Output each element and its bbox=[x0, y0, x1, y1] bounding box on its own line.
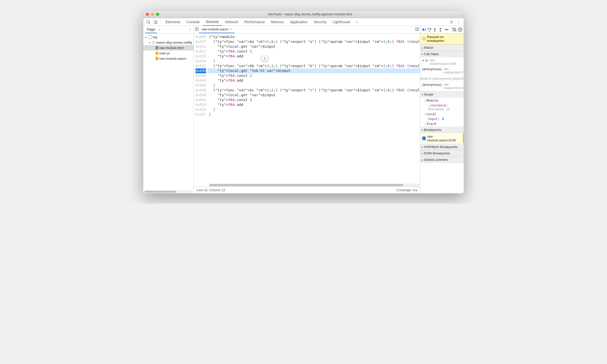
gutter-offset[interactable]: 0x035 bbox=[195, 54, 206, 59]
code-line[interactable]: "ty">f64.add bbox=[208, 102, 420, 107]
code-line[interactable]: ) bbox=[208, 107, 420, 112]
navigator-tab-page[interactable]: Page bbox=[145, 26, 157, 33]
stack-frame[interactable]: braw-module.wasm:0x39 bbox=[420, 58, 464, 66]
editor-body[interactable]: 0x0000x0270x02a0x02c0x0350x0360x0370x039… bbox=[194, 33, 420, 184]
code-line[interactable]: "ty">f64.add bbox=[208, 78, 420, 83]
editor-tab[interactable]: raw-module.wasm× bbox=[199, 26, 235, 33]
device-icon[interactable] bbox=[153, 19, 159, 25]
toggle-navigator-icon[interactable] bbox=[195, 27, 199, 32]
tree-file-wasm[interactable]: raw-module.wasm bbox=[143, 56, 194, 61]
code-line[interactable]: ) bbox=[208, 83, 420, 88]
pane-scope[interactable]: Scope bbox=[420, 91, 464, 98]
gutter-offset[interactable]: 0x02c bbox=[195, 49, 206, 54]
gutter-offset[interactable]: 0x054 bbox=[195, 107, 206, 112]
code-line[interactable]: "ty">local.get "var">$input bbox=[208, 93, 420, 98]
gutter-offset[interactable]: 0x048 bbox=[195, 93, 206, 98]
pane-xhr[interactable]: XHR/fetch Breakpoints bbox=[420, 144, 464, 150]
gutter-offset[interactable]: 0x03b bbox=[195, 73, 206, 78]
tab-sources[interactable]: Sources bbox=[203, 18, 222, 26]
stack-frame[interactable]: (anonymous)raw-module.html:9 bbox=[420, 66, 464, 75]
zoom-icon[interactable] bbox=[156, 13, 159, 16]
scope-stack[interactable]: Stack bbox=[420, 121, 464, 126]
code-line[interactable]: "ty">local.get "var">$input bbox=[208, 44, 420, 49]
code-line[interactable]: ) bbox=[208, 59, 420, 64]
scrollbar[interactable] bbox=[209, 184, 420, 187]
code-line[interactable]: ("ty">func "var">$a "cm">(;0;) ("ty">exp… bbox=[208, 39, 420, 44]
tab-application[interactable]: Application bbox=[287, 18, 311, 26]
gutter-offset[interactable]: 0x036 bbox=[195, 59, 206, 64]
settings-icon[interactable] bbox=[448, 19, 454, 25]
code-line[interactable]: "ty">f64.const 2 bbox=[208, 73, 420, 78]
gutter-offset[interactable]: 0x045 bbox=[195, 83, 206, 88]
frame-location: raw-module.html:9 bbox=[443, 67, 463, 74]
kebab-icon[interactable]: ⋮ bbox=[456, 19, 462, 25]
code-line[interactable]: "ty">f64.add bbox=[208, 54, 420, 59]
tree-domain[interactable]: wasm-dbg-stories.netlify bbox=[143, 40, 194, 45]
code-area[interactable]: 4 ("ty">module ("ty">func "var">$a "cm">… bbox=[208, 33, 420, 184]
minimize-icon[interactable] bbox=[151, 13, 154, 16]
gutter-offset[interactable]: 0x053 bbox=[195, 102, 206, 107]
code-line[interactable]: ("ty">func "var">$c "cm">(;2;) ("ty">exp… bbox=[208, 88, 420, 93]
pane-dom[interactable]: DOM Breakpoints bbox=[420, 150, 464, 156]
scope-local[interactable]: Local bbox=[420, 112, 464, 116]
tab-elements[interactable]: Elements bbox=[162, 18, 183, 26]
code-line[interactable]: ) bbox=[208, 112, 420, 117]
gutter-offset[interactable]: 0x027 bbox=[195, 39, 206, 44]
gutter-offset[interactable]: 0x097 bbox=[195, 112, 206, 117]
overflow-icon[interactable]: » bbox=[158, 28, 160, 31]
tab-security[interactable]: Security bbox=[311, 18, 330, 26]
gutter-offset[interactable]: 0x044 bbox=[195, 78, 206, 83]
step-over-icon[interactable] bbox=[427, 27, 432, 33]
gutter-offset[interactable]: 0x046 bbox=[195, 88, 206, 93]
pane-callstack[interactable]: Call Stack bbox=[420, 51, 464, 57]
pane-watch[interactable]: Watch bbox=[420, 44, 464, 51]
gutter[interactable]: 0x0000x0270x02a0x02c0x0350x0360x0370x039… bbox=[194, 33, 208, 184]
pane-title: Scope bbox=[424, 92, 434, 96]
gutter-offset[interactable]: 0x000 bbox=[195, 34, 206, 39]
tab-performance[interactable]: Performance bbox=[241, 18, 268, 26]
close-icon[interactable] bbox=[146, 13, 149, 16]
breakpoint-item[interactable]: ✓raw-module.wasm:0x39 bbox=[420, 134, 464, 143]
toggle-debugger-icon[interactable] bbox=[415, 27, 419, 32]
chevron-right-icon bbox=[422, 151, 423, 155]
step-icon[interactable] bbox=[443, 27, 449, 33]
deactivate-breakpoints-icon[interactable] bbox=[452, 27, 457, 33]
tree-file-html[interactable]: raw-module.html bbox=[143, 45, 194, 51]
tab-console[interactable]: Console bbox=[183, 18, 203, 26]
pane-breakpoints[interactable]: Breakpoints bbox=[420, 127, 464, 133]
code-line[interactable]: ("ty">module bbox=[208, 34, 420, 39]
scope-prop[interactable]: input: 4 bbox=[420, 116, 464, 121]
gutter-offset[interactable]: 0x02a bbox=[195, 44, 206, 49]
debugger-toolbar bbox=[420, 26, 464, 33]
gutter-offset[interactable]: 0x039 bbox=[195, 68, 206, 73]
stack-frame[interactable]: (anonymous)raw-module.html:10 bbox=[420, 82, 464, 91]
scope-label: Stack bbox=[426, 122, 436, 126]
pause-exceptions-icon[interactable] bbox=[458, 27, 463, 33]
step-out-icon[interactable] bbox=[438, 27, 443, 33]
overflow-icon[interactable]: » bbox=[354, 19, 360, 25]
resume-icon[interactable] bbox=[421, 27, 426, 33]
code-line[interactable]: "ty">f64.const 1 bbox=[208, 49, 420, 54]
pane-global[interactable]: Global Listeners bbox=[420, 156, 464, 163]
checkbox-icon[interactable]: ✓ bbox=[422, 137, 426, 140]
code-line[interactable]: "ty">f64.const 3 bbox=[208, 98, 420, 102]
inspect-icon[interactable] bbox=[145, 19, 151, 25]
scrollbar[interactable] bbox=[144, 190, 193, 193]
code-line[interactable]: "ty">local.get "tok-hl var">$input bbox=[208, 68, 420, 73]
tree-top[interactable]: top bbox=[143, 34, 194, 40]
tab-memory[interactable]: Memory bbox=[268, 18, 287, 26]
tab-network[interactable]: Network bbox=[222, 18, 241, 26]
step-into-icon[interactable] bbox=[432, 27, 437, 33]
close-icon[interactable]: × bbox=[230, 27, 232, 31]
scope-label: Local bbox=[426, 112, 436, 116]
gutter-offset[interactable]: 0x037 bbox=[195, 64, 206, 68]
tab-lighthouse[interactable]: Lighthouse bbox=[330, 18, 353, 26]
scope-prop[interactable]: instance: Instance {} bbox=[420, 103, 464, 112]
code-line[interactable]: ("ty">func "var">$b "cm">(;1;) ("ty">exp… bbox=[208, 64, 420, 68]
gutter-offset[interactable]: 0x04a bbox=[195, 98, 206, 102]
file-tree[interactable]: top wasm-dbg-stories.netlify raw-module.… bbox=[143, 33, 194, 190]
scope-module[interactable]: Module bbox=[420, 98, 464, 103]
kebab-icon[interactable]: ⋮ bbox=[189, 28, 192, 31]
tree-file-js[interactable]: main.js bbox=[143, 51, 194, 56]
main-toolbar: Elements Console Sources Network Perform… bbox=[143, 18, 464, 26]
